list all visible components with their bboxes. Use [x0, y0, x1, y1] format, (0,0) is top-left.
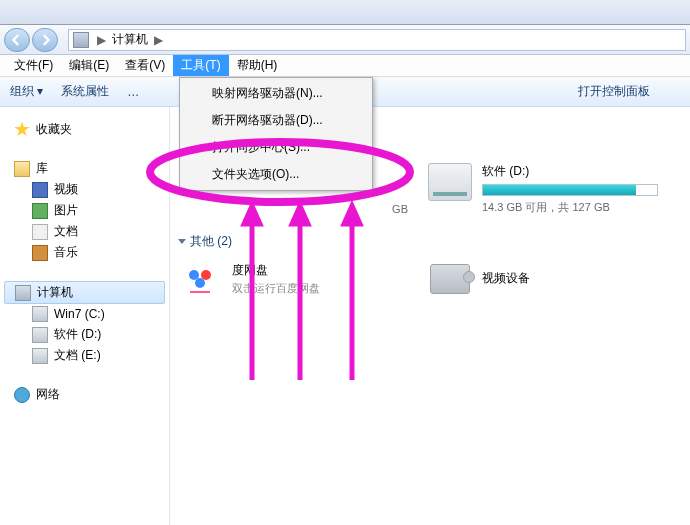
sidebar-drive-c[interactable]: Win7 (C:) [0, 304, 169, 324]
item-video-device[interactable]: 视频设备 [428, 260, 658, 298]
camera-icon [428, 260, 472, 298]
item-baidu-netdisk[interactable]: 度网盘 双击运行百度网盘 [178, 260, 408, 298]
sidebar-label: 音乐 [54, 244, 78, 261]
svg-point-2 [195, 278, 205, 288]
drive-icon [32, 348, 48, 364]
sidebar-label: 文档 (E:) [54, 347, 101, 364]
drive-icon [32, 327, 48, 343]
sidebar-label: 库 [36, 160, 48, 177]
item-name: 视频设备 [482, 270, 530, 287]
pictures-icon [32, 203, 48, 219]
drive-icon [428, 163, 472, 201]
sidebar-pictures[interactable]: 图片 [0, 200, 169, 221]
svg-point-0 [189, 270, 199, 280]
video-icon [32, 182, 48, 198]
sidebar-video[interactable]: 视频 [0, 179, 169, 200]
section-label: 其他 (2) [190, 233, 232, 250]
tools-dropdown: 映射网络驱动器(N)... 断开网络驱动器(D)... 打开同步中心(S)...… [179, 77, 373, 191]
sidebar-library[interactable]: 库 [0, 158, 169, 179]
sidebar-label: 网络 [36, 386, 60, 403]
sidebar-label: Win7 (C:) [54, 307, 105, 321]
back-button[interactable] [4, 28, 30, 52]
sys-properties-button[interactable]: 系统属性 [61, 83, 109, 100]
sidebar-favorites[interactable]: 收藏夹 [0, 119, 169, 140]
sidebar-label: 计算机 [37, 284, 73, 301]
svg-rect-3 [190, 291, 210, 293]
sidebar-label: 收藏夹 [36, 121, 72, 138]
toolbar-ellipsis: … [127, 85, 139, 99]
dd-disconnect-network-drive[interactable]: 断开网络驱动器(D)... [182, 107, 370, 134]
sidebar-drive-d[interactable]: 软件 (D:) [0, 324, 169, 345]
music-icon [32, 245, 48, 261]
drive-icon [32, 306, 48, 322]
forward-button[interactable] [32, 28, 58, 52]
section-other[interactable]: 其他 (2) [178, 233, 682, 250]
menu-help[interactable]: 帮助(H) [229, 55, 286, 76]
svg-point-1 [201, 270, 211, 280]
sidebar-label: 图片 [54, 202, 78, 219]
breadcrumb-seg[interactable]: 计算机 [110, 31, 150, 48]
sidebar-label: 视频 [54, 181, 78, 198]
drive-name: 软件 (D:) [482, 163, 658, 180]
menu-file[interactable]: 文件(F) [6, 55, 61, 76]
baidu-icon [178, 260, 222, 298]
drive-free-text: 14.3 GB 可用，共 127 GB [482, 200, 658, 215]
dd-map-network-drive[interactable]: 映射网络驱动器(N)... [182, 80, 370, 107]
menu-bar: 文件(F) 编辑(E) 查看(V) 工具(T) 帮助(H) [0, 55, 690, 77]
dd-open-sync-center[interactable]: 打开同步中心(S)... [182, 134, 370, 161]
breadcrumb-sep: ▶ [150, 33, 167, 47]
documents-icon [32, 224, 48, 240]
library-icon [14, 161, 30, 177]
sidebar-music[interactable]: 音乐 [0, 242, 169, 263]
sidebar-label: 软件 (D:) [54, 326, 101, 343]
menu-view[interactable]: 查看(V) [117, 55, 173, 76]
drive-d[interactable]: 软件 (D:) 14.3 GB 可用，共 127 GB [428, 163, 658, 215]
drive-usage-fill [483, 185, 636, 195]
computer-icon [15, 285, 31, 301]
menu-tools[interactable]: 工具(T) [173, 55, 228, 76]
chevron-down-icon [178, 239, 186, 244]
star-icon [14, 122, 30, 138]
computer-icon [73, 32, 89, 48]
dd-folder-options[interactable]: 文件夹选项(O)... [182, 161, 370, 188]
sidebar-label: 文档 [54, 223, 78, 240]
sidebar-computer[interactable]: 计算机 [4, 281, 165, 304]
drive-free-text: GB [392, 203, 408, 215]
breadcrumb[interactable]: ▶ 计算机 ▶ [68, 29, 686, 51]
organize-button[interactable]: 组织 ▾ [10, 83, 43, 100]
item-name: 度网盘 [232, 262, 320, 279]
sidebar: 收藏夹 库 视频 图片 文档 音乐 [0, 107, 170, 525]
nav-bar: ▶ 计算机 ▶ [0, 25, 690, 55]
menu-edit[interactable]: 编辑(E) [61, 55, 117, 76]
network-icon [14, 387, 30, 403]
sidebar-network[interactable]: 网络 [0, 384, 169, 405]
open-control-panel-button[interactable]: 打开控制面板 [578, 83, 650, 100]
sidebar-drive-e[interactable]: 文档 (E:) [0, 345, 169, 366]
title-bar [0, 0, 690, 25]
sidebar-documents[interactable]: 文档 [0, 221, 169, 242]
drive-usage-bar [482, 184, 658, 196]
breadcrumb-sep: ▶ [93, 33, 110, 47]
item-subtitle: 双击运行百度网盘 [232, 281, 320, 296]
